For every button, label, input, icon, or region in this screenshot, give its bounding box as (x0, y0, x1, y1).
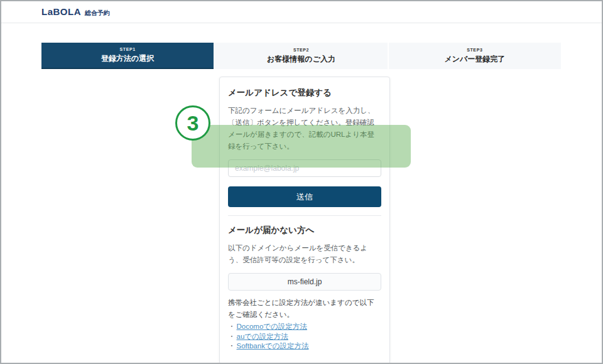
help-description: 以下のドメインからメールを受信できるよう、受信許可等の設定を行って下さい。 (228, 242, 381, 266)
bullet: ・ (228, 322, 236, 332)
annotation-number-badge: 3 (175, 105, 210, 141)
card-title: メールアドレスで登録する (228, 87, 381, 99)
allowed-domain-box: ms-field.jp (228, 273, 381, 291)
docomo-settings-link[interactable]: Docomoでの設定方法 (237, 322, 307, 332)
labola-logo[interactable]: LaBOLA 総合予約 (41, 6, 110, 18)
logo-text-secondary: 総合予約 (85, 9, 110, 18)
carrier-link-list: ・ Docomoでの設定方法 ・ auでの設定方法 ・ Softbankでの設定… (228, 322, 381, 351)
card-description: 下記のフォームにメールアドレスを入力し、〔送信〕ボタンを押してください。登録確認… (228, 105, 381, 153)
au-settings-link[interactable]: auでの設定方法 (237, 332, 288, 342)
step-1-label: 登録方法の選択 (101, 53, 154, 64)
step-3-number: STEP3 (467, 48, 482, 52)
softbank-settings-link[interactable]: Softbankでの設定方法 (237, 341, 309, 351)
step-2-label: お客様情報のご入力 (267, 54, 335, 65)
step-2-customer-info: STEP2 お客様情報のご入力 (215, 43, 387, 69)
step-1-registration-method: STEP1 登録方法の選択 (41, 43, 214, 69)
list-item: ・ Softbankでの設定方法 (228, 341, 381, 351)
bullet: ・ (228, 341, 236, 351)
step-2-number: STEP2 (293, 48, 309, 52)
step-3-registration-complete: STEP3 メンバー登録完了 (389, 43, 561, 69)
email-registration-card: メールアドレスで登録する 下記のフォームにメールアドレスを入力し、〔送信〕ボタン… (219, 77, 390, 364)
logo-text-primary: LaBOLA (41, 6, 81, 17)
help-section-title: メールが届かない方へ (228, 225, 381, 236)
header: LaBOLA 総合予約 (1, 1, 602, 23)
list-item: ・ auでの設定方法 (228, 332, 381, 342)
registration-page: LaBOLA 総合予約 STEP1 登録方法の選択 STEP2 お客様情報のご入… (0, 0, 603, 364)
list-item: ・ Docomoでの設定方法 (228, 322, 381, 332)
step-indicator: STEP1 登録方法の選択 STEP2 お客様情報のご入力 STEP3 メンバー… (41, 43, 561, 69)
email-input[interactable] (228, 159, 381, 177)
card-divider (228, 215, 381, 216)
step-1-number: STEP1 (120, 47, 136, 51)
submit-button[interactable]: 送信 (228, 186, 381, 207)
carrier-note: 携帯会社ごとに設定方法が違いますので以下をご確認ください。 (228, 297, 381, 321)
step-3-label: メンバー登録完了 (444, 54, 505, 65)
bullet: ・ (228, 332, 236, 342)
